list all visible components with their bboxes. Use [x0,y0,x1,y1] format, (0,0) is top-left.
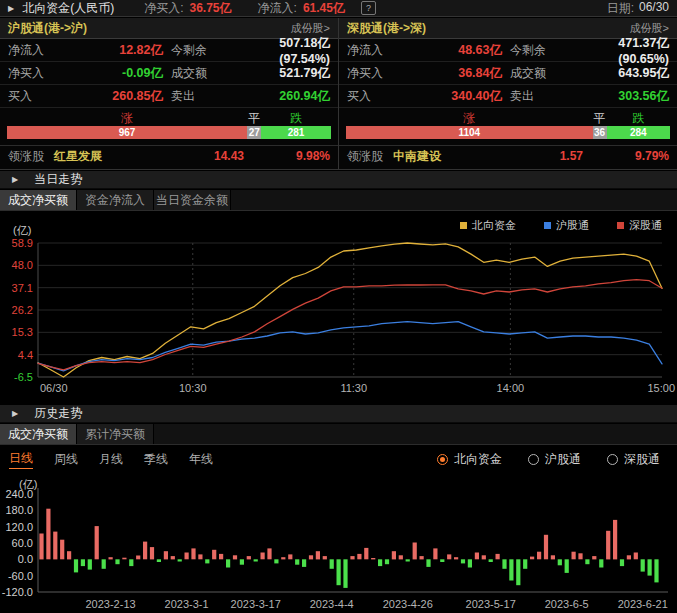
northbound-funds-app: ▶ 北向资金(人民币) 净买入: 36.75亿 净流入: 61.45亿 ? 日期… [0,0,677,613]
flat-count: 27 [247,126,261,139]
panel-hk-sz: 深股通(港->深) 成份股> 净流入 48.63亿 今剩余 471.37亿(90… [339,18,677,169]
svg-text:2023-5-17: 2023-5-17 [466,598,516,610]
period-quarterly[interactable]: 季线 [144,451,168,469]
leading-stock-price: 1.57 [560,149,583,163]
intraday-tabbar: 成交净买额 资金净流入 当日资金余额 [0,190,677,211]
intraday-line-chart: 58.948.037.126.215.34.4-6.506/3010:3011:… [0,211,677,397]
svg-text:180.0: 180.0 [5,504,33,516]
sell-label: 卖出 [163,88,233,105]
svg-text:-60.0: -60.0 [8,570,33,582]
radio-icon [528,454,539,465]
radio-icon [607,454,618,465]
flat-label: 平 [247,110,261,125]
net-buy-label: 净买入: [144,0,183,17]
net-buy-value: 36.84亿 [405,65,502,82]
data-row: 净买入 36.84亿 成交额 643.95亿 [339,62,677,85]
svg-text:0.0: 0.0 [18,553,33,565]
expander-icon: ▶ [12,175,18,184]
advance-decline-labels: 涨 平 跌 [7,110,331,125]
radio-sh-connect[interactable]: 沪股通 [528,451,581,468]
svg-text:06/30: 06/30 [40,382,68,394]
net-inflow-value: 61.45亿 [303,0,345,17]
svg-text:2023-4-26: 2023-4-26 [383,598,433,610]
down-label: 跌 [261,110,331,125]
section-header-intraday[interactable]: ▶ 当日走势 [0,171,677,189]
svg-text:10:30: 10:30 [179,382,207,394]
svg-text:2023-6-5: 2023-6-5 [545,598,589,610]
turnover-label: 成交额 [163,65,233,82]
period-yearly[interactable]: 年线 [189,451,213,469]
quota-left-value: 471.37亿(90.65%) [572,35,669,66]
tab-quota-balance[interactable]: 当日资金余额 [154,190,231,210]
up-label: 涨 [346,110,593,125]
sell-value: 260.94亿 [233,88,330,105]
svg-text:240.0: 240.0 [5,488,33,500]
data-row: 买入 340.40亿 卖出 303.56亿 [339,85,677,108]
svg-text:2023-2-13: 2023-2-13 [85,598,135,610]
leading-stock-name[interactable]: 红星发展 [54,148,102,165]
radio-label: 北向资金 [454,451,502,468]
net-buy-label: 净买入 [8,65,66,82]
flat-count: 36 [593,126,607,139]
svg-text:15.3: 15.3 [12,326,33,338]
net-inflow-label: 净流入 [347,42,405,59]
svg-text:120.0: 120.0 [5,521,33,533]
tab-net-buy[interactable]: 成交净买额 [0,190,77,210]
period-weekly[interactable]: 周线 [54,451,78,469]
leading-stock-name[interactable]: 中南建设 [393,148,441,165]
leading-stock-label: 领涨股 [347,148,383,165]
up-count: 1104 [346,126,593,139]
up-label: 涨 [7,110,247,125]
turnover-value: 521.79亿 [233,65,330,82]
buy-value: 260.85亿 [66,88,163,105]
advance-decline-labels: 涨 平 跌 [346,110,670,125]
section-title: 当日走势 [34,171,82,188]
tab-history-cumulative[interactable]: 累计净买额 [77,424,154,444]
leading-stock-row: 领涨股 中南建设 1.57 9.79% [339,145,677,166]
buy-label: 买入 [347,88,405,105]
turnover-label: 成交额 [502,65,572,82]
svg-text:48.0: 48.0 [12,259,33,271]
radio-north-funds[interactable]: 北向资金 [437,451,502,468]
svg-text:11:30: 11:30 [340,382,367,394]
turnover-value: 643.95亿 [572,65,669,82]
svg-text:2023-3-1: 2023-3-1 [165,598,209,610]
tab-net-inflow[interactable]: 资金净流入 [77,190,154,210]
section-title: 历史走势 [34,405,82,422]
constituents-link[interactable]: 成份股> [291,21,330,36]
section-header-history[interactable]: ▶ 历史走势 [0,405,677,423]
history-bar-chart: 240.0180.0120.060.00.0-60.0-120.02023-2-… [0,474,677,613]
svg-text:58.9: 58.9 [12,237,33,249]
history-chart: (亿) 240.0180.0120.060.00.0-60.0-120.0202… [0,474,677,613]
svg-text:37.1: 37.1 [12,282,33,294]
sell-label: 卖出 [502,88,572,105]
series-radios: 北向资金 沪股通 深股通 [437,451,660,468]
radio-label: 深股通 [624,451,660,468]
date-value: 06/30 [639,0,669,17]
period-monthly[interactable]: 月线 [99,451,123,469]
panel-title: 深股通(港->深) [347,20,426,37]
buy-value: 340.40亿 [405,88,502,105]
net-inflow-value: 48.63亿 [405,42,502,59]
history-tabbar: 成交净买额 累计净买额 [0,424,677,445]
constituents-link[interactable]: 成份股> [630,21,669,36]
help-icon[interactable]: ? [361,1,376,15]
top-bar: ▶ 北向资金(人民币) 净买入: 36.75亿 净流入: 61.45亿 ? 日期… [0,0,677,17]
expander-icon[interactable]: ▶ [8,4,14,13]
tab-history-net-buy[interactable]: 成交净买额 [0,424,77,444]
svg-text:-120.0: -120.0 [2,586,33,598]
net-buy-value: -0.09亿 [66,65,163,82]
quota-left-value: 507.18亿(97.54%) [233,35,330,66]
sell-value: 303.56亿 [572,88,669,105]
panel-title: 沪股通(港->沪) [8,20,87,37]
page-title: 北向资金(人民币) [22,0,114,17]
panel-hk-sh: 沪股通(港->沪) 成份股> 净流入 12.82亿 今剩余 507.18亿(97… [0,18,339,169]
down-count: 284 [607,126,670,139]
radio-icon [437,454,448,465]
data-row: 净流入 12.82亿 今剩余 507.18亿(97.54%) [0,39,338,62]
quota-left-label: 今剩余 [163,42,233,59]
svg-text:-6.5: -6.5 [14,371,33,383]
net-inflow-label: 净流入 [8,42,66,59]
radio-sz-connect[interactable]: 深股通 [607,451,660,468]
period-daily[interactable]: 日线 [9,450,33,469]
